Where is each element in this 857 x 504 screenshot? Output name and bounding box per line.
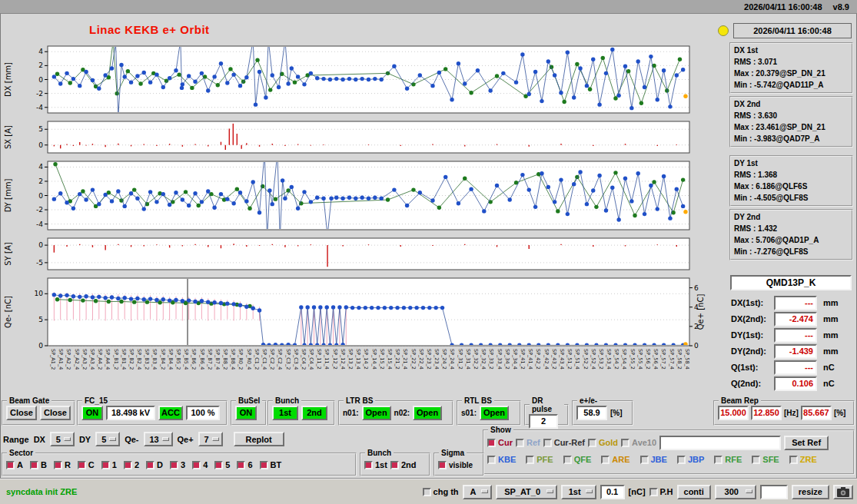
resize-button[interactable]: resize — [792, 485, 829, 499]
bunch-2nd-button[interactable]: 2nd — [301, 406, 327, 420]
bunch-select-group: Bunch 1st 2nd — [360, 449, 430, 476]
checkbox-indicator — [588, 439, 596, 447]
sector-1-label: 1 — [112, 460, 117, 469]
bpm-select[interactable]: SP_AT_0 — [496, 485, 557, 499]
checkbox-indicator — [192, 461, 201, 469]
fc15-kv-field[interactable]: 18.498 kV — [106, 406, 155, 420]
screenshot-button[interactable] — [833, 485, 853, 499]
svg-text:-4: -4 — [36, 220, 43, 228]
busel-on-button[interactable]: ON — [235, 406, 257, 420]
sector-legend: Sector — [7, 449, 35, 457]
show-jbe-checkbox[interactable]: JBE — [640, 455, 667, 464]
ref-name-input[interactable] — [659, 436, 781, 450]
show-cur-checkbox[interactable]: Cur — [487, 438, 513, 447]
range-dx-label: DX — [34, 435, 45, 444]
x-axis-bpm-labels: SP_A1_2SP_A1_4SP_A2_2SP_A2_4SP_A3_2SP_A3… — [50, 349, 690, 370]
show-rfe-checkbox[interactable]: RFE — [714, 455, 742, 464]
checkbox-indicator — [101, 461, 110, 469]
show-ave10-checkbox[interactable]: Ave10 — [621, 438, 656, 447]
set-ref-button[interactable]: Set Ref — [784, 436, 829, 450]
svg-text:SP_58_4: SP_58_4 — [684, 349, 690, 370]
svg-text:SP_A3_4: SP_A3_4 — [89, 349, 95, 370]
ltr-n02-open-button[interactable]: Open — [413, 406, 442, 420]
svg-text:SP_21_2: SP_21_2 — [394, 349, 400, 370]
ltr-n02-label: n02: — [394, 409, 410, 417]
fc15-acc-button[interactable]: ACC — [158, 406, 183, 420]
beam-gate-legend: Beam Gate — [7, 396, 51, 405]
show-are-label: ARE — [612, 455, 629, 464]
rtl-s01-open-button[interactable]: Open — [480, 406, 509, 420]
stats-min: Min : -3.983@QAD7P_A — [734, 133, 849, 144]
show-cur-ref-checkbox[interactable]: Cur-Ref — [543, 438, 585, 447]
bucket-select[interactable]: A — [463, 485, 492, 499]
sector-3-checkbox[interactable]: 3 — [170, 460, 185, 469]
sector-d-checkbox[interactable]: D — [146, 460, 163, 469]
checkbox-indicator — [487, 456, 496, 464]
fc15-percent-field[interactable]: 100 % — [186, 406, 220, 420]
monitor-row-value: --- — [774, 296, 817, 310]
bunch-1st-button[interactable]: 1st — [272, 406, 298, 420]
svg-text:SP_B4_2: SP_B4_2 — [160, 349, 166, 370]
monitor-row-label: Q(1st): — [731, 363, 774, 372]
status-controls: chg th A SP_AT_0 1st 0.1 [nC] P.H conti … — [423, 485, 853, 499]
svg-text:SP_A3_2: SP_A3_2 — [81, 349, 88, 370]
sector-a-checkbox[interactable]: A — [6, 460, 23, 469]
sigma-visible-checkbox[interactable]: visible — [438, 461, 473, 469]
show-are-checkbox[interactable]: ARE — [601, 455, 629, 464]
show-sfe-checkbox[interactable]: SFE — [752, 455, 779, 464]
svg-text:SP_57_4: SP_57_4 — [669, 349, 675, 370]
ltr-n01-open-button[interactable]: Open — [362, 406, 391, 420]
svg-text:Qe- [nC]: Qe- [nC] — [4, 296, 12, 328]
show-ref-checkbox[interactable]: Ref — [516, 438, 540, 447]
orbit-plots[interactable]: 420-2-4DX [mm]50SX [A]420-2-4DY [mm]0-5S… — [0, 0, 709, 396]
show-qfe-checkbox[interactable]: QFE — [563, 455, 592, 464]
bunch-2nd-checkbox[interactable]: 2nd — [390, 460, 417, 469]
show-zre-checkbox[interactable]: ZRE — [789, 455, 817, 464]
svg-text:SP_12_4: SP_12_4 — [340, 349, 346, 370]
svg-text:SP_15_2: SP_15_2 — [379, 349, 385, 370]
svg-text:SP_55_4: SP_55_4 — [637, 349, 643, 370]
show-kbe-checkbox[interactable]: KBE — [487, 455, 516, 464]
threshold-input[interactable]: 0.1 — [600, 485, 625, 499]
sector-bt-checkbox[interactable]: BT — [260, 460, 282, 469]
beam-gate-close-1-button[interactable]: Close — [6, 406, 37, 420]
chg-th-checkbox[interactable]: chg th — [423, 487, 459, 496]
selected-monitor-name[interactable]: QMD13P_K — [730, 275, 852, 290]
sector-r-checkbox[interactable]: R — [54, 460, 71, 469]
fc15-on-button[interactable]: ON — [81, 406, 103, 420]
svg-text:SP_31_2: SP_31_2 — [457, 349, 463, 370]
interval-select[interactable]: 300 — [715, 485, 756, 499]
beam-gate-close-2-button[interactable]: Close — [40, 406, 71, 420]
bunch-number-select[interactable]: 1st — [561, 485, 596, 499]
ltr-bs-group: LTR BS n01: Open n02: Open — [338, 396, 453, 426]
eratio-field[interactable]: 58.9 — [576, 406, 607, 420]
sector-2-checkbox[interactable]: 2 — [124, 460, 139, 469]
sector-5-checkbox[interactable]: 5 — [214, 460, 230, 469]
eratio-unit-label: [%] — [610, 409, 623, 417]
range-dy-select[interactable]: 5 — [95, 432, 120, 446]
svg-text:SP_B3_4: SP_B3_4 — [151, 349, 158, 370]
show-jbp-checkbox[interactable]: JBP — [677, 455, 704, 464]
range-qe-minus-select[interactable]: 13 — [144, 432, 173, 446]
ph-checkbox[interactable]: P.H — [649, 487, 673, 496]
show-gold-checkbox[interactable]: Gold — [588, 438, 618, 447]
show-gold-label: Gold — [599, 438, 618, 447]
sector-6-checkbox[interactable]: 6 — [237, 460, 252, 469]
svg-text:SP_B1_2: SP_B1_2 — [113, 349, 119, 370]
svg-text:6: 6 — [694, 284, 699, 292]
replot-button[interactable]: Replot — [234, 432, 284, 446]
show-pfe-checkbox[interactable]: PFE — [526, 455, 553, 464]
clock-box: 2026/04/11 16:00:48 — [733, 23, 852, 38]
sector-c-checkbox[interactable]: C — [78, 460, 95, 469]
bunch-1st-checkbox[interactable]: 1st — [364, 460, 387, 469]
aux-input[interactable] — [760, 485, 788, 499]
svg-text:SP_B6_2: SP_B6_2 — [191, 349, 197, 370]
conti-button[interactable]: conti — [677, 485, 711, 499]
monitor-row: DY(2nd): -1.439 mm — [731, 343, 855, 359]
range-qe-plus-select[interactable]: 7 — [198, 432, 223, 446]
monitor-row-value: --- — [774, 360, 817, 375]
range-dx-select[interactable]: 5 — [50, 432, 75, 446]
sector-b-checkbox[interactable]: B — [30, 460, 47, 469]
sector-1-checkbox[interactable]: 1 — [101, 460, 117, 469]
sector-4-checkbox[interactable]: 4 — [192, 460, 208, 469]
